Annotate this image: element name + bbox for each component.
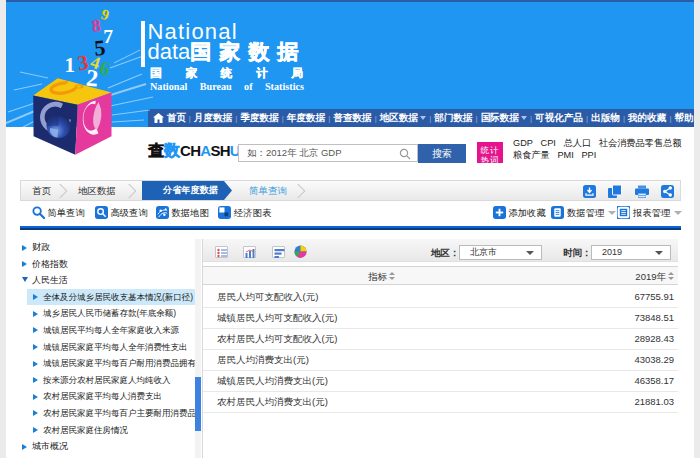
svg-text:9: 9	[99, 6, 111, 24]
svg-text:1: 1	[64, 53, 75, 77]
